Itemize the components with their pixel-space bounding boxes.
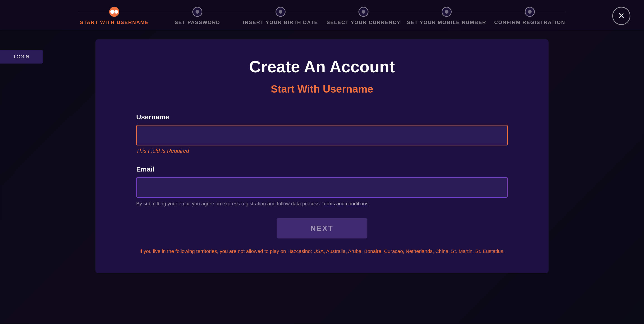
email-help-text: By submitting your email you agree on ex… bbox=[136, 201, 508, 207]
stepper-label-6: CONFIRM REGISTRATION bbox=[494, 20, 565, 25]
stepper-label-1: START WITH USERNAME bbox=[80, 20, 149, 25]
modal-subtitle: Start With Username bbox=[136, 83, 508, 95]
stepper-header: START WITH USERNAME SET PASSWORD INSERT … bbox=[0, 0, 644, 30]
email-label: Email bbox=[136, 166, 508, 173]
stepper-step-6[interactable]: CONFIRM REGISTRATION bbox=[488, 7, 571, 25]
modal-title: Create An Account bbox=[136, 57, 508, 76]
stepper-dot-1 bbox=[109, 7, 119, 17]
stepper-step-2[interactable]: SET PASSWORD bbox=[156, 7, 239, 25]
stepper-dot-6 bbox=[525, 7, 535, 17]
terms-link[interactable]: terms and conditions bbox=[322, 201, 368, 207]
email-field-group: Email By submitting your email you agree… bbox=[136, 166, 508, 207]
username-error-message: This Field Is Required bbox=[136, 148, 508, 154]
stepper-dot-4 bbox=[358, 7, 368, 17]
username-field-group: Username This Field Is Required bbox=[136, 113, 508, 154]
email-input[interactable] bbox=[136, 177, 508, 198]
stepper-step-1[interactable]: START WITH USERNAME bbox=[73, 7, 156, 25]
modal-wrapper: START WITH USERNAME SET PASSWORD INSERT … bbox=[0, 0, 644, 324]
stepper-label-3: INSERT YOUR BIRTH DATE bbox=[243, 20, 318, 25]
stepper-label-2: SET PASSWORD bbox=[175, 20, 220, 25]
stepper-step-5[interactable]: SET YOUR MOBILE NUMBER bbox=[405, 7, 488, 25]
restriction-text: If you live in the following territories… bbox=[136, 248, 508, 255]
stepper-dot-5 bbox=[442, 7, 452, 17]
next-button[interactable]: NEXT bbox=[277, 218, 367, 238]
username-label: Username bbox=[136, 113, 508, 121]
stepper-label-4: SELECT YOUR CURRENCY bbox=[326, 20, 401, 25]
stepper-track: START WITH USERNAME SET PASSWORD INSERT … bbox=[73, 7, 571, 25]
stepper-step-4[interactable]: SELECT YOUR CURRENCY bbox=[322, 7, 405, 25]
stepper-step-3[interactable]: INSERT YOUR BIRTH DATE bbox=[239, 7, 322, 25]
stepper-dot-2 bbox=[192, 7, 202, 17]
sidebar-login-label: LOGIN bbox=[14, 54, 29, 60]
sidebar-login-hint: LOGIN bbox=[0, 50, 43, 64]
close-button[interactable]: ✕ bbox=[612, 7, 630, 25]
stepper-dot-3 bbox=[276, 7, 286, 17]
username-input[interactable] bbox=[136, 125, 508, 145]
registration-modal: Create An Account Start With Username Us… bbox=[96, 39, 548, 273]
stepper-label-5: SET YOUR MOBILE NUMBER bbox=[407, 20, 486, 25]
